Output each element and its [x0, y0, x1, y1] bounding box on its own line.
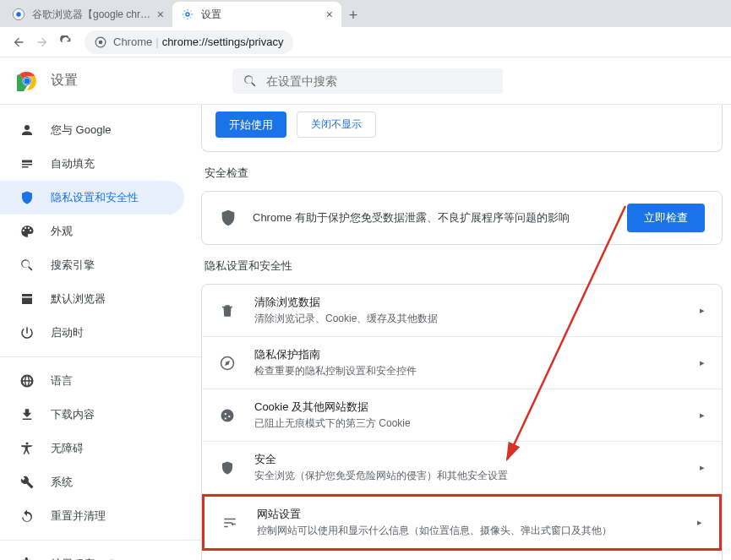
sidebar-item-autofill[interactable]: 自动填充: [0, 147, 184, 181]
autofill-icon: [19, 155, 35, 172]
sidebar-item-search[interactable]: 搜索引擎: [0, 248, 184, 282]
privacy-row-shield[interactable]: 安全安全浏览（保护您免受危险网站的侵害）和其他安全设置▸: [202, 442, 722, 494]
url-text: chrome://settings/privacy: [162, 35, 284, 48]
sidebar-item-accessibility[interactable]: 无障碍: [0, 432, 184, 465]
svg-point-8: [25, 78, 30, 84]
safety-check-card: Chrome 有助于保护您免受数据泄露、不良扩展程序等问题的影响 立即检查: [201, 191, 723, 245]
chrome-logo-icon: [17, 71, 37, 91]
sidebar-item-browser[interactable]: 默认浏览器: [0, 282, 184, 316]
svg-point-1: [16, 12, 20, 16]
sidebar-label: 隐私设置和安全性: [51, 190, 139, 205]
browser-tab-1[interactable]: 谷歌浏览器【google chrome】 ×: [3, 2, 172, 27]
sidebar-item-globe[interactable]: 语言: [0, 364, 184, 398]
check-now-button[interactable]: 立即检查: [627, 204, 705, 232]
safety-section-title: 安全检查: [205, 166, 723, 181]
row-subtitle: 检查重要的隐私控制设置和安全控件: [254, 364, 700, 378]
tab-title: 谷歌浏览器【google chrome】: [32, 8, 152, 22]
privacy-row-cookie[interactable]: Cookie 及其他网站数据已阻止无痕模式下的第三方 Cookie▸: [202, 389, 722, 442]
privacy-row-trash[interactable]: 清除浏览数据清除浏览记录、Cookie、缓存及其他数据▸: [202, 285, 722, 337]
address-bar[interactable]: Chrome | chrome://settings/privacy: [85, 30, 293, 54]
sidebar-item-person[interactable]: 您与 Google: [0, 113, 184, 147]
sidebar-item-extension[interactable]: 扩展程序: [0, 547, 184, 560]
search-icon: [243, 73, 258, 89]
sidebar-label: 外观: [51, 224, 73, 239]
browser-tab-2[interactable]: 设置 ×: [172, 2, 341, 27]
safety-text: Chrome 有助于保护您免受数据泄露、不良扩展程序等问题的影响: [253, 210, 627, 226]
sidebar-label: 扩展程序: [51, 557, 95, 560]
chevron-right-icon: ▸: [700, 462, 705, 473]
shield-icon: [219, 460, 236, 476]
close-icon[interactable]: ×: [326, 8, 333, 21]
row-subtitle: 清除浏览记录、Cookie、缓存及其他数据: [254, 312, 700, 326]
settings-search-input[interactable]: [266, 74, 493, 88]
sidebar-item-power[interactable]: 启动时: [0, 316, 184, 350]
browser-toolbar: Chrome | chrome://settings/privacy: [0, 27, 731, 57]
chevron-right-icon: ▸: [697, 517, 702, 528]
dismiss-button[interactable]: 关闭不显示: [297, 111, 376, 138]
sidebar-label: 无障碍: [51, 441, 84, 456]
person-icon: [19, 122, 35, 139]
new-tab-button[interactable]: +: [341, 3, 365, 27]
compass-icon: [219, 356, 236, 371]
sidebar-item-download[interactable]: 下载内容: [0, 398, 184, 432]
privacy-row-tune[interactable]: 网站设置控制网站可以使用和显示什么信息（如位置信息、摄像头、弹出式窗口及其他）▸: [202, 494, 722, 551]
sidebar-item-palette[interactable]: 外观: [0, 215, 184, 248]
sidebar-item-wrench[interactable]: 系统: [0, 465, 184, 499]
wrench-icon: [19, 474, 35, 491]
forward-button[interactable]: [30, 30, 54, 54]
tune-icon: [221, 515, 238, 530]
close-icon[interactable]: ×: [157, 8, 164, 21]
privacy-row-compass[interactable]: 隐私保护指南检查重要的隐私控制设置和安全控件▸: [202, 337, 722, 389]
search-icon: [19, 257, 35, 274]
chrome-icon: [95, 36, 106, 48]
page-title: 设置: [51, 72, 78, 90]
chevron-right-icon: ▸: [700, 410, 705, 421]
privacy-section-title: 隐私设置和安全性: [205, 258, 723, 274]
settings-header: 设置: [0, 57, 731, 105]
settings-main: 开始使用 关闭不显示 安全检查 Chrome 有助于保护您免受数据泄露、不良扩展…: [201, 105, 731, 560]
privacy-list: 清除浏览数据清除浏览记录、Cookie、缓存及其他数据▸隐私保护指南检查重要的隐…: [201, 284, 723, 560]
start-button[interactable]: 开始使用: [215, 111, 286, 138]
sidebar-label: 启动时: [51, 325, 84, 340]
sidebar-label: 搜索引擎: [51, 258, 95, 273]
sidebar-label: 自动填充: [51, 156, 95, 171]
row-title: 安全: [254, 452, 700, 467]
chevron-right-icon: ▸: [700, 305, 705, 316]
download-icon: [19, 406, 35, 423]
sidebar-item-reset[interactable]: 重置并清理: [0, 499, 184, 533]
settings-favicon-icon: [181, 8, 194, 21]
sidebar-label: 重置并清理: [51, 508, 106, 524]
row-title: 网站设置: [257, 507, 697, 522]
sidebar-item-shield[interactable]: 隐私设置和安全性: [0, 181, 184, 215]
svg-point-4: [99, 40, 103, 44]
sidebar-label: 下载内容: [51, 407, 95, 422]
extension-icon: [19, 556, 35, 560]
row-subtitle: 控制网站可以使用和显示什么信息（如位置信息、摄像头、弹出式窗口及其他）: [257, 524, 697, 538]
sidebar-label: 默认浏览器: [51, 291, 106, 307]
back-button[interactable]: [7, 30, 30, 54]
row-title: 隐私保护指南: [254, 347, 700, 362]
partial-banner: 开始使用 关闭不显示: [201, 105, 723, 152]
settings-sidebar: 您与 Google自动填充隐私设置和安全性外观搜索引擎默认浏览器启动时语言下载内…: [0, 105, 201, 560]
url-chrome-label: Chrome: [113, 35, 152, 48]
svg-point-2: [186, 13, 189, 16]
sidebar-label: 语言: [51, 373, 73, 389]
cookie-icon: [219, 408, 236, 423]
chrome-favicon-icon: [12, 8, 25, 21]
power-icon: [19, 324, 35, 341]
row-subtitle: 已阻止无痕模式下的第三方 Cookie: [254, 416, 700, 431]
globe-icon: [19, 372, 35, 389]
shield-icon: [19, 189, 35, 206]
chevron-right-icon: ▸: [700, 357, 705, 368]
browser-tab-bar: 谷歌浏览器【google chrome】 × 设置 × +: [0, 0, 731, 27]
accessibility-icon: [19, 440, 35, 457]
sidebar-label: 您与 Google: [51, 122, 112, 138]
row-title: Cookie 及其他网站数据: [254, 400, 700, 415]
row-title: 清除浏览数据: [254, 295, 700, 310]
browser-icon: [19, 291, 35, 307]
reload-button[interactable]: [54, 30, 78, 54]
privacy-row-flask[interactable]: 隐私沙盒试用版功能已开启: [202, 551, 722, 560]
trash-icon: [219, 303, 236, 318]
settings-search[interactable]: [232, 68, 503, 94]
reset-icon: [19, 508, 35, 525]
